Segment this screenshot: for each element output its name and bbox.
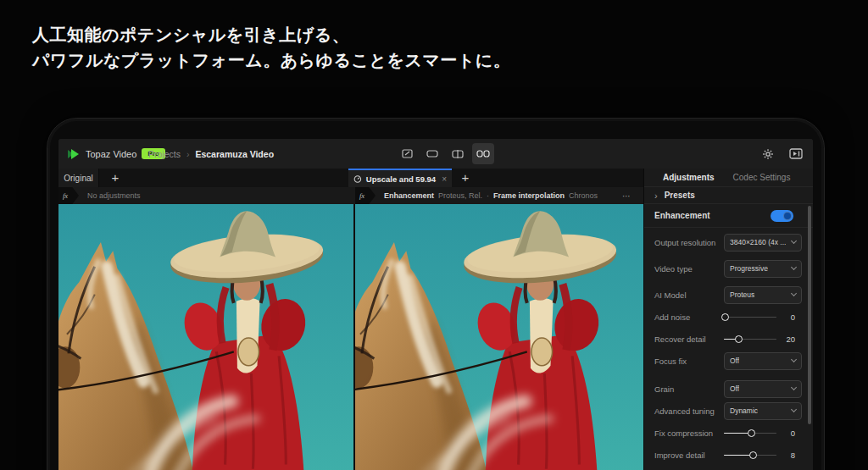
original-video-panel[interactable]: [58, 204, 353, 470]
split-view-button[interactable]: [447, 143, 469, 164]
tab-upscale[interactable]: Upscale and 59.94 ×: [348, 169, 452, 187]
no-adjustments-label: No adjustments: [87, 191, 141, 200]
advanced-tuning-dropdown[interactable]: Dynamic: [724, 402, 802, 420]
export-icon[interactable]: [789, 148, 803, 159]
control-row-add-noise: Add noise 0: [644, 307, 813, 326]
left-panel-note: No adjustments: [87, 187, 141, 204]
tablet-frame: Topaz Video Pro Projects › Escaramuza Vi…: [47, 118, 825, 470]
interpolation-note-label: Frame interpolation: [493, 191, 565, 200]
presets-row[interactable]: › Presets: [644, 187, 813, 204]
settings-gear-icon[interactable]: [762, 148, 774, 160]
slider-knob[interactable]: [749, 451, 757, 459]
upscaled-video-frame: [355, 204, 643, 470]
breadcrumb-projects[interactable]: Projects: [148, 149, 181, 159]
more-options-icon[interactable]: ⋯: [622, 187, 632, 204]
enhancement-note-label: Enhancement: [384, 191, 434, 200]
slider-knob[interactable]: [721, 313, 729, 321]
enhancement-label: Enhancement: [654, 211, 710, 220]
control-row-recover-detail: Recover detail 20: [644, 329, 813, 348]
focus-fix-dropdown[interactable]: Off: [724, 352, 802, 370]
fix-compression-slider[interactable]: [724, 429, 776, 437]
panel-tab-bar: Original + Upscale and 59.94 × +: [58, 169, 643, 187]
control-label: Add noise: [654, 312, 690, 322]
control-row-focus-fix: Focus fix Off: [644, 351, 813, 370]
dropdown-value: Progressive: [730, 264, 768, 273]
enhancement-note-value: Proteus, Rel.: [438, 191, 482, 200]
enhancement-toggle[interactable]: [771, 210, 793, 222]
side-by-side-view-button[interactable]: [472, 143, 494, 164]
original-video-frame: [58, 204, 353, 470]
hero-line-2: パワフルなプラットフォーム。あらゆることをスマートに。: [32, 47, 510, 73]
upscale-tab-icon: [353, 174, 362, 184]
dropdown-value: Off: [730, 357, 739, 365]
control-row-improve-detail: Improve detail 8: [644, 445, 813, 464]
dropdown-value: Off: [730, 384, 739, 393]
add-noise-slider[interactable]: [724, 313, 776, 321]
slider-knob[interactable]: [748, 429, 755, 437]
tab-codec-settings[interactable]: Codec Settings: [733, 173, 791, 182]
improve-detail-slider[interactable]: [724, 451, 776, 459]
breadcrumb-current: Escaramuza Video: [195, 149, 274, 159]
fit-preview-view-button[interactable]: [396, 143, 418, 164]
breadcrumb-separator-icon: ›: [186, 149, 190, 159]
note-dot: ·: [487, 191, 489, 200]
control-label: Output resolution: [654, 238, 715, 247]
app-window: Topaz Video Pro Projects › Escaramuza Vi…: [58, 139, 813, 470]
hero-headline: 人工知能のポテンシャルを引き上げる、 パワフルなプラットフォーム。あらゆることを…: [32, 22, 510, 73]
ai-model-dropdown[interactable]: Proteus: [724, 286, 802, 304]
slider-fill: [724, 455, 753, 456]
single-view-icon: [426, 150, 438, 158]
slider-knob[interactable]: [735, 335, 743, 343]
control-row-grain: Grain Off: [644, 379, 813, 398]
add-view-button-left[interactable]: +: [107, 169, 124, 186]
slider-value: 0: [783, 312, 795, 322]
chevron-down-icon: [791, 384, 797, 390]
adjustments-sidebar: Adjustments Codec Settings › Presets Enh…: [643, 169, 813, 470]
enhancement-row: Enhancement: [644, 204, 813, 228]
interpolation-note-value: Chronos: [569, 191, 598, 200]
control-label: Recover detail: [654, 335, 706, 344]
chevron-down-icon: [791, 290, 797, 296]
upscaled-video-panel[interactable]: [355, 204, 643, 470]
tab-adjustments[interactable]: Adjustments: [663, 173, 715, 182]
control-row-ai-model: AI Model Proteus: [644, 285, 813, 304]
chevron-down-icon: [791, 264, 797, 270]
sidebar-scrollbar[interactable]: [808, 206, 811, 424]
single-view-button[interactable]: [421, 143, 443, 164]
recover-detail-slider[interactable]: [724, 335, 776, 343]
presets-label: Presets: [665, 191, 695, 200]
control-label: Improve detail: [654, 451, 705, 460]
grain-dropdown[interactable]: Off: [724, 380, 802, 398]
output-resolution-dropdown[interactable]: 3840×2160 (4x ...: [724, 234, 802, 252]
add-view-button-right[interactable]: +: [457, 169, 474, 186]
topbar-actions: [762, 143, 803, 164]
chevron-right-icon: ›: [654, 191, 658, 201]
control-label: AI Model: [654, 290, 687, 300]
fit-preview-icon: [402, 149, 413, 158]
sidebar-tabs: Adjustments Codec Settings: [644, 169, 813, 187]
tab-original[interactable]: Original: [58, 169, 99, 187]
control-label: Video type: [654, 264, 693, 274]
fx-icon: fx: [58, 187, 79, 204]
adjustment-info-bar: fx No adjustments fx Enhancement Proteus…: [58, 187, 643, 204]
control-row-video-type: Video type Progressive: [644, 259, 813, 278]
play-logo-icon: [67, 148, 81, 160]
control-label: Advanced tuning: [654, 406, 715, 416]
split-view-icon: [452, 150, 464, 158]
chevron-down-icon: [791, 238, 797, 244]
side-by-side-icon: [476, 150, 490, 158]
view-mode-switcher: [396, 143, 494, 164]
slider-track: [724, 317, 776, 318]
toggle-knob: [783, 212, 792, 220]
slider-value: 0: [783, 429, 795, 438]
close-tab-icon[interactable]: ×: [442, 174, 447, 184]
dropdown-value: Proteus: [730, 290, 754, 299]
chevron-down-icon: [791, 406, 797, 412]
video-type-dropdown[interactable]: Progressive: [724, 260, 802, 278]
control-label: Grain: [654, 384, 674, 394]
control-label: Fix compression: [654, 429, 713, 438]
brand-name: Topaz Video: [86, 149, 136, 159]
right-panel-note: Enhancement Proteus, Rel. · Frame interp…: [384, 187, 598, 204]
control-label: Focus fix: [654, 357, 687, 366]
fx-icon: fx: [355, 187, 376, 204]
